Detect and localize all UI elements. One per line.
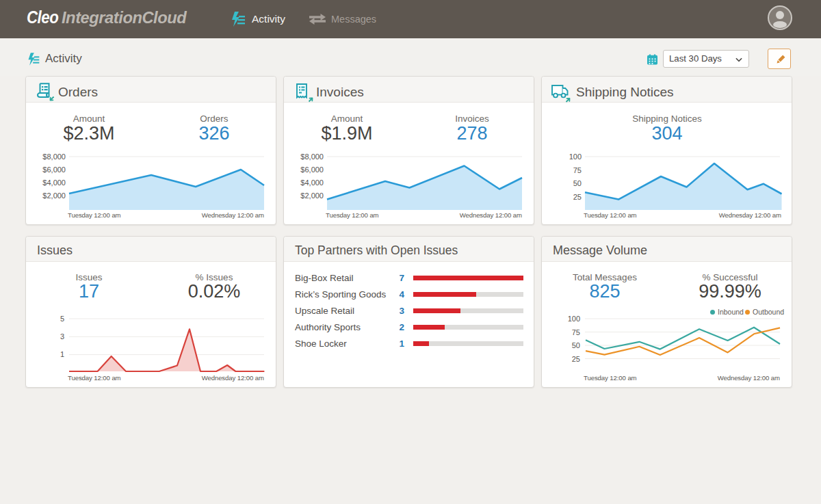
svg-text:3: 3 [60,332,64,341]
svg-text:Wednesday 12:00 am: Wednesday 12:00 am [460,211,522,219]
svg-text:Tuesday 12:00 am: Tuesday 12:00 am [68,211,121,219]
svg-text:50: 50 [573,179,582,187]
svg-text:$2,000: $2,000 [42,191,66,200]
svg-text:$6,000: $6,000 [300,165,324,174]
svg-text:Tuesday 12:00 am: Tuesday 12:00 am [326,211,379,219]
svg-text:Tuesday 12:00 am: Tuesday 12:00 am [584,211,637,219]
svg-text:Tuesday 12:00 am: Tuesday 12:00 am [584,374,637,382]
svg-text:75: 75 [572,328,580,336]
svg-text:Wednesday 12:00 am: Wednesday 12:00 am [719,211,781,219]
svg-text:Wednesday 12:00 am: Wednesday 12:00 am [202,211,264,219]
svg-text:50: 50 [572,341,580,349]
svg-text:Tuesday 12:00 am: Tuesday 12:00 am [68,374,121,382]
svg-text:$4,000: $4,000 [42,178,66,187]
svg-text:$8,000: $8,000 [300,152,324,161]
svg-text:5: 5 [60,315,64,323]
svg-text:75: 75 [573,166,582,174]
svg-text:100: 100 [569,152,582,161]
svg-text:$4,000: $4,000 [300,178,324,187]
svg-text:1: 1 [60,350,64,358]
svg-text:Wednesday 12:00 am: Wednesday 12:00 am [718,374,780,382]
svg-text:25: 25 [572,355,580,363]
svg-text:100: 100 [568,315,580,323]
svg-text:$6,000: $6,000 [42,165,66,174]
svg-text:25: 25 [573,193,582,201]
svg-text:$2,000: $2,000 [300,191,324,200]
svg-text:Wednesday 12:00 am: Wednesday 12:00 am [202,374,264,382]
svg-text:$8,000: $8,000 [42,152,66,161]
